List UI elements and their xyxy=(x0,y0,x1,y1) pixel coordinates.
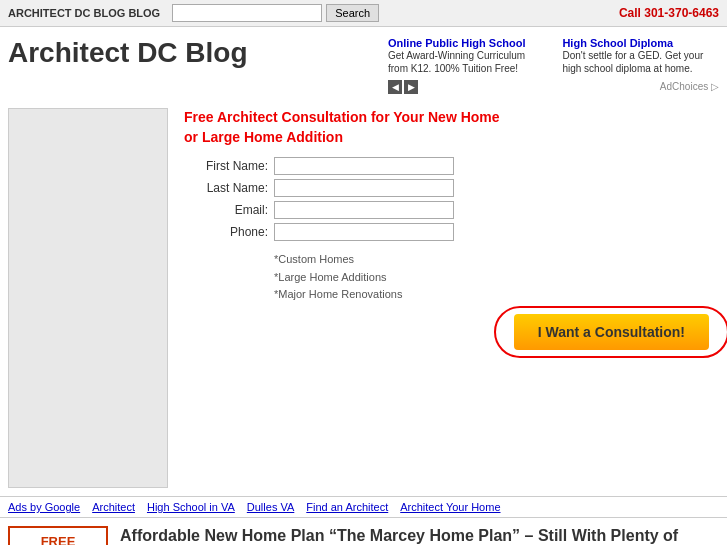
email-input[interactable] xyxy=(274,201,454,219)
search-input[interactable] xyxy=(172,4,322,22)
blog-title: Architect DC Blog xyxy=(8,37,378,69)
right-content: Free Architect Consultation for Your New… xyxy=(176,100,727,496)
phone-number: Call 301-370-6463 xyxy=(619,6,719,20)
ads-by-google[interactable]: Ads by Google xyxy=(8,501,80,513)
consultation-cta-button[interactable]: I Want a Consultation! xyxy=(514,314,709,350)
ad-link-dulles[interactable]: Dulles VA xyxy=(247,501,294,513)
article-sidebar: FREE Design CONSULTATION NEW HOMES Must … xyxy=(8,526,108,545)
ad-prev-button[interactable]: ◀ xyxy=(388,80,402,94)
first-name-row: First Name: xyxy=(184,157,719,175)
service-3: *Major Home Renovations xyxy=(274,286,719,304)
ad-choices[interactable]: AdChoices ▷ xyxy=(660,81,719,92)
ad-item-1: Online Public High School Get Award-Winn… xyxy=(388,37,542,75)
ad-title-1[interactable]: Online Public High School xyxy=(388,37,542,49)
blog-title-bar: Architect DC Blog Online Public High Sch… xyxy=(0,27,727,100)
ad-nav: ◀ ▶ xyxy=(388,80,418,94)
last-name-input[interactable] xyxy=(274,179,454,197)
consultation-header-line1: Free Architect Consultation for Your New… xyxy=(184,109,500,125)
article-title: Affordable New Home Plan “The Marcey Hom… xyxy=(120,526,719,545)
article-section: FREE Design CONSULTATION NEW HOMES Must … xyxy=(0,518,727,545)
service-2: *Large Home Additions xyxy=(274,269,719,287)
last-name-label: Last Name: xyxy=(184,181,274,195)
consultation-header: Free Architect Consultation for Your New… xyxy=(184,108,719,147)
header: ARCHITECT DC BLOG BLOG Search Call 301-3… xyxy=(0,0,727,27)
ad-link-highschool[interactable]: High School in VA xyxy=(147,501,235,513)
phone-input[interactable] xyxy=(274,223,454,241)
ad-desc-2: Don't settle for a GED. Get your high sc… xyxy=(562,49,719,75)
ad-title-2[interactable]: High School Diploma xyxy=(562,37,719,49)
phone-label: Phone: xyxy=(184,225,274,239)
email-label: Email: xyxy=(184,203,274,217)
service-1: *Custom Homes xyxy=(274,251,719,269)
search-button[interactable]: Search xyxy=(326,4,379,22)
main-layout: Free Architect Consultation for Your New… xyxy=(0,100,727,496)
cta-area: I Want a Consultation! xyxy=(184,314,719,350)
email-row: Email: xyxy=(184,201,719,219)
first-name-label: First Name: xyxy=(184,159,274,173)
header-logo: ARCHITECT DC BLOG BLOG xyxy=(8,7,160,19)
ad-item-2: High School Diploma Don't settle for a G… xyxy=(562,37,719,75)
left-sidebar xyxy=(8,108,168,488)
cta-wrapper: I Want a Consultation! xyxy=(514,314,709,350)
free-label: FREE xyxy=(16,534,100,545)
services-list: *Custom Homes *Large Home Additions *Maj… xyxy=(274,251,719,304)
ads-area: Online Public High School Get Award-Winn… xyxy=(378,37,719,94)
ad-next-button[interactable]: ▶ xyxy=(404,80,418,94)
ad-link-your-home[interactable]: Architect Your Home xyxy=(400,501,500,513)
first-name-input[interactable] xyxy=(274,157,454,175)
ad-links-bar: Ads by Google Architect High School in V… xyxy=(0,496,727,518)
ad-link-architect[interactable]: Architect xyxy=(92,501,135,513)
consultation-form: First Name: Last Name: Email: Phone: xyxy=(184,157,719,241)
consultation-header-line2: or Large Home Addition xyxy=(184,129,343,145)
last-name-row: Last Name: xyxy=(184,179,719,197)
ad-link-find-architect[interactable]: Find an Architect xyxy=(306,501,388,513)
article-main: Affordable New Home Plan “The Marcey Hom… xyxy=(120,526,719,545)
phone-row: Phone: xyxy=(184,223,719,241)
ads-row: Online Public High School Get Award-Winn… xyxy=(388,37,719,75)
ad-desc-1: Get Award-Winning Curriculum from K12. 1… xyxy=(388,49,542,75)
